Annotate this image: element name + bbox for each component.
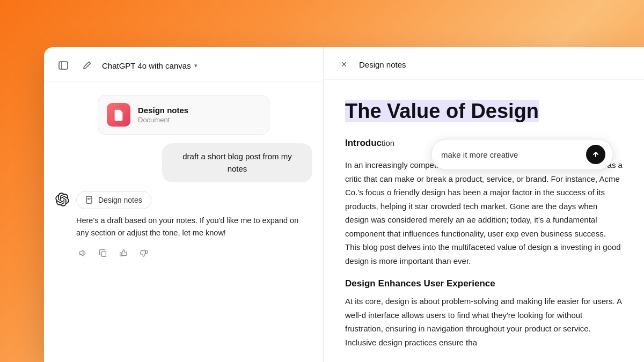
model-selector[interactable]: ChatGPT 4o with canvas ▾ <box>102 61 197 70</box>
prompt-input-display[interactable]: make it more creative <box>441 150 581 159</box>
copy-icon <box>98 248 108 258</box>
canvas-title: Design notes <box>359 60 406 69</box>
ai-response-text: Here's a draft based on your notes. If y… <box>76 215 312 239</box>
doc-info: Design notes Document <box>138 106 188 124</box>
chevron-down-icon: ▾ <box>194 62 197 69</box>
speaker-icon <box>78 248 87 258</box>
close-canvas-button[interactable]: × <box>336 57 352 72</box>
edit-icon <box>82 61 92 70</box>
speak-button[interactable] <box>76 247 89 260</box>
action-buttons-row <box>76 247 312 260</box>
thumbs-down-icon <box>139 248 149 258</box>
svg-rect-9 <box>145 250 147 254</box>
main-container: ChatGPT 4o with canvas ▾ Design notes <box>44 47 644 362</box>
copy-button[interactable] <box>97 247 109 260</box>
intro-body: In an increasingly competitive and fast-… <box>345 158 623 268</box>
canvas-header: × Design notes <box>324 47 644 80</box>
doc-icon <box>107 103 130 127</box>
doc-title: Design notes <box>138 106 188 115</box>
svg-rect-0 <box>59 62 68 69</box>
ai-response: Design notes Here's a draft based on you… <box>55 191 312 260</box>
doc-type: Document <box>138 116 188 124</box>
canvas-panel: × Design notes make it more creative The… <box>323 47 644 362</box>
document-title: The Value of Design <box>345 100 539 122</box>
canvas-body: make it more creative The Value of Desig… <box>324 80 644 362</box>
svg-rect-8 <box>120 253 122 256</box>
sidebar-toggle-button[interactable] <box>55 57 72 74</box>
chatgpt-logo-icon <box>55 193 69 206</box>
user-message-text: draft a short blog post from my notes <box>182 152 291 173</box>
document-card: Design notes Document <box>98 95 269 135</box>
ai-avatar <box>55 192 70 207</box>
svg-rect-3 <box>116 116 120 116</box>
ai-response-content: Design notes Here's a draft based on you… <box>76 191 312 260</box>
thumbs-down-button[interactable] <box>137 247 150 260</box>
design-notes-button[interactable]: Design notes <box>76 191 151 209</box>
svg-rect-7 <box>101 252 106 257</box>
model-name: ChatGPT 4o with canvas <box>102 61 191 70</box>
chat-header: ChatGPT 4o with canvas ▾ <box>44 47 323 82</box>
prompt-submit-button[interactable] <box>586 145 605 164</box>
document-title-wrapper: The Value of Design <box>345 99 623 124</box>
user-message-bubble: draft a short blog post from my notes <box>162 143 312 182</box>
design-notes-label: Design notes <box>98 196 142 204</box>
edit-button[interactable] <box>78 57 96 74</box>
chat-body: Design notes Document draft a short blog… <box>44 82 323 362</box>
submit-arrow-icon <box>591 150 600 159</box>
close-icon: × <box>341 59 347 70</box>
intro-label: Introduc <box>345 138 382 148</box>
inline-prompt-box: make it more creative <box>431 139 613 170</box>
sidebar-icon <box>58 60 69 71</box>
thumbs-up-button[interactable] <box>117 247 130 260</box>
section-2-heading: Design Enhances User Experience <box>345 278 623 289</box>
chat-panel: ChatGPT 4o with canvas ▾ Design notes <box>44 47 323 362</box>
doc-small-icon <box>85 196 94 204</box>
thumbs-up-icon <box>119 248 128 258</box>
document-icon <box>113 109 125 121</box>
section-2-body: At its core, design is about problem-sol… <box>345 294 623 349</box>
svg-rect-2 <box>116 114 120 115</box>
intro-body-text: tion <box>382 138 394 147</box>
